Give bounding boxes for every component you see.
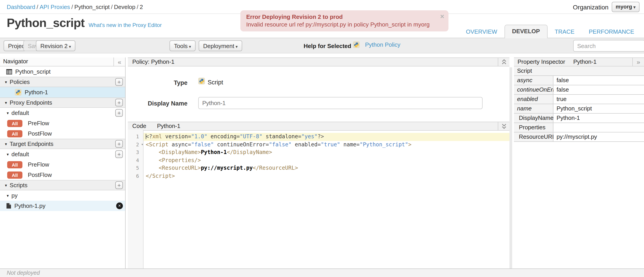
flow-condition-badge: All [7,120,22,127]
deployment-menu-button[interactable]: Deployment▾ [199,40,242,51]
tree-expand-icon: ▾ [7,152,9,156]
flow-condition-badge: All [7,130,22,137]
line-number: 4 [128,156,143,164]
collapse-down-icon[interactable] [498,122,510,130]
display-name-label: Display Name [128,100,188,107]
tab-performance[interactable]: PERFORMANCE [582,26,641,38]
nav-label: PostFlow [28,130,52,137]
code-editor[interactable]: 12▾3456 <?xml version="1.0" encoding="UT… [128,130,510,268]
nav-subsection-default[interactable]: ▾default+ [0,108,125,118]
nav-section-proxy-endpoints[interactable]: ▾Proxy Endpoints+ [0,97,125,108]
nav-section-scripts[interactable]: ▾Scripts+ [0,180,125,190]
property-row-resourceurl: ResourceURLpy://myscript.py [514,132,644,142]
property-row-enabled: enabledtrue [514,95,644,104]
center-scrollbar[interactable] [510,67,512,268]
organization-select[interactable]: myorg▾ [612,2,640,12]
caret-down-icon: ▾ [236,44,238,49]
tools-label: Tools [174,43,188,49]
whats-new-link[interactable]: What's new in the Proxy Editor [88,22,162,28]
nav-subsection-default[interactable]: ▾default+ [0,149,125,159]
property-label: Properties [514,123,554,132]
line-number: 3 [128,149,143,156]
add-default-button[interactable]: + [115,150,123,158]
collapse-up-icon[interactable] [498,58,510,66]
nav-label: Scripts [10,182,27,189]
type-label: Type [128,80,188,86]
caret-down-icon: ▾ [189,44,191,49]
line-number: 6 [128,172,143,180]
breadcrumb-python-script: Python_script [74,4,110,10]
add-default-button[interactable]: + [115,109,123,117]
property-value[interactable]: Python_script [554,104,644,114]
code-lines: <?xml version="1.0" encoding="UTF-8" sta… [144,130,510,268]
display-name-input[interactable] [198,97,482,109]
nav-flow-preflow[interactable]: AllPreFlow [0,118,125,128]
type-value: Script [208,79,223,86]
property-value[interactable]: false [554,85,644,95]
toolbar: Project▾ Save Revision 2▾ Tools▾ Deploym… [0,38,644,54]
property-section-header: Script [514,67,644,76]
breadcrumb: Dashboard/API Proxies/Python_script/Deve… [7,0,143,14]
revision-menu-button[interactable]: Revision 2▾ [36,40,75,51]
search-input[interactable] [573,40,644,52]
tab-develop[interactable]: DEVELOP [504,25,547,38]
nav-label: Python-1 [25,89,48,96]
policy-header-title: Policy: Python-1 [128,58,174,65]
nav-label: Policies [10,79,30,85]
nav-file-python-1-py[interactable]: Python-1.py✕ [0,201,125,211]
breadcrumb-2: 2 [140,4,143,10]
organization-box: Organization myorg▾ [573,0,640,14]
breadcrumb-separator: / [136,4,140,10]
close-icon[interactable]: ✕ [440,14,444,20]
error-banner: Error Deploying Revision 2 to prod Inval… [240,10,448,32]
nav-flow-postflow[interactable]: AllPostFlow [0,128,125,139]
code-line-4: <Properties/> [144,156,510,164]
breadcrumb-separator: / [110,4,114,10]
add-target-endpoints-button[interactable]: + [115,140,123,148]
code-line-3: <DisplayName>Python-1</DisplayName> [144,149,510,156]
property-value[interactable]: true [554,95,644,104]
flow-condition-badge: All [7,161,22,168]
tab-trace[interactable]: TRACE [548,26,582,38]
nav-item-python-1[interactable]: Python-1 [0,87,125,97]
expand-inspector-button[interactable]: » [632,58,644,66]
add-proxy-endpoints-button[interactable]: + [115,99,123,106]
navigator-header: Navigator « [0,58,125,67]
add-policies-button[interactable]: + [115,78,123,86]
nav-section-policies[interactable]: ▾Policies+ [0,77,125,87]
delete-python-1-py-button[interactable]: ✕ [116,202,123,209]
property-row-name: namePython_script [514,104,644,114]
property-label: continueOnError [514,85,554,95]
nav-subsection-py[interactable]: ▾py [0,190,125,201]
nav-label: Python_script [15,68,51,75]
breadcrumb-api-proxies[interactable]: API Proxies [40,4,70,10]
property-value[interactable]: py://myscript.py [554,132,644,142]
fold-toggle-icon[interactable]: ▾ [142,143,143,146]
property-inspector-subtitle: Python-1 [570,58,596,65]
tab-overview[interactable]: OVERVIEW [459,26,504,38]
collapse-navigator-button[interactable]: « [114,58,125,66]
code-header-label: Code [128,122,146,130]
breadcrumb-dashboard[interactable]: Dashboard [7,4,35,10]
policy-form: Type Script Display Name Name Python_scr… [128,67,510,122]
add-scripts-button[interactable]: + [115,181,123,189]
python-policy-link-wrap[interactable]: Python Policy [353,41,400,48]
python-icon [15,89,22,96]
property-row-properties: Properties [514,123,644,132]
nav-item-python-script[interactable]: Python_script [0,67,125,77]
python-icon [353,41,360,48]
nav-section-target-endpoints[interactable]: ▾Target Endpoints+ [0,139,125,149]
nav-flow-postflow[interactable]: AllPostFlow [0,170,125,180]
property-value[interactable]: false [554,76,644,85]
deployment-label: Deployment [203,43,234,49]
nav-flow-preflow[interactable]: AllPreFlow [0,159,125,170]
policy-header: Policy: Python-1 [128,58,510,67]
flow-condition-badge: All [7,171,22,178]
property-label: DisplayName [514,114,554,123]
property-value[interactable]: Python-1 [554,114,644,123]
deployment-status-text: Not deployed [0,269,644,277]
property-value[interactable] [554,123,644,132]
code-header-filename: Python-1 [152,122,180,130]
tools-menu-button[interactable]: Tools▾ [170,40,196,51]
navigator-tree: Python_script▾Policies+Python-1▾Proxy En… [0,67,125,211]
